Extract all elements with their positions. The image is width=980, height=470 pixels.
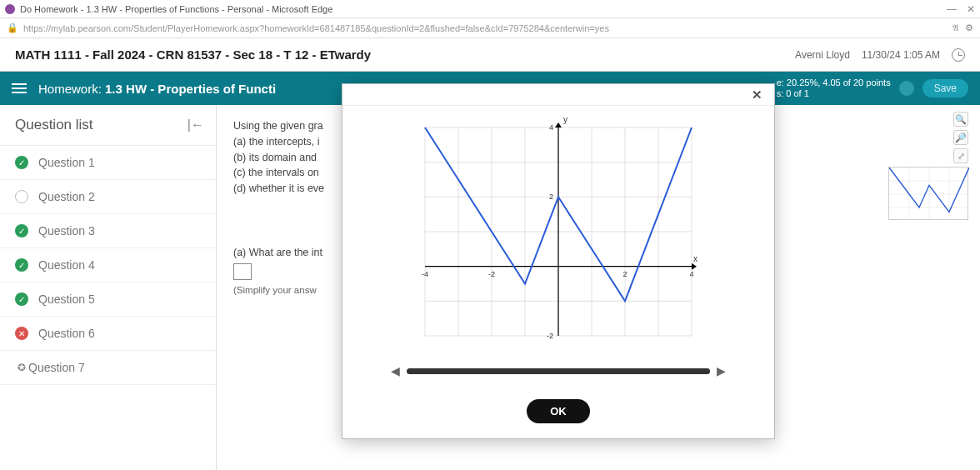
scroll-left-icon[interactable]: ◀: [391, 364, 400, 378]
expand-icon[interactable]: ⤢: [953, 148, 968, 163]
course-header: MATH 1111 - Fall 2024 - CRN 81537 - Sec …: [0, 38, 980, 72]
menu-icon[interactable]: [12, 81, 27, 96]
svg-text:-2: -2: [488, 270, 495, 278]
score-box: e: 20.25%, 4.05 of 20 points s: 0 of 1: [777, 78, 891, 99]
sidebar-title: Question list: [15, 117, 93, 133]
sidebar-question-item[interactable]: ✓Question 3: [0, 214, 216, 248]
reader-icon[interactable]: 𝔄: [952, 22, 958, 33]
status-open-icon: [15, 190, 28, 203]
close-icon[interactable]: ✕: [967, 3, 975, 15]
url-text[interactable]: https://mylab.pearson.com/Student/Player…: [23, 23, 609, 33]
lock-icon: 🔒: [7, 22, 18, 33]
scroll-right-icon[interactable]: ▶: [717, 364, 726, 378]
settings-icon[interactable]: ⚙: [965, 22, 973, 33]
svg-marker-25: [555, 122, 562, 128]
question-label: Question 2: [38, 190, 95, 203]
sidebar-question-item[interactable]: ✓Question 1: [0, 146, 216, 180]
save-button[interactable]: Save: [922, 79, 968, 98]
svg-text:y: y: [563, 115, 568, 124]
status-done-icon: ✓: [15, 258, 28, 272]
ok-button[interactable]: OK: [527, 399, 590, 423]
modal-header: ✕: [342, 84, 774, 106]
course-title: MATH 1111 - Fall 2024 - CRN 81537 - Sec …: [15, 48, 371, 62]
svg-text:4: 4: [549, 123, 553, 132]
score-line-1: e: 20.25%, 4.05 of 20 points: [777, 78, 891, 88]
question-label: Question 1: [38, 156, 95, 169]
graph-thumbnail-panel: 🔍 🔎 ⤢: [888, 112, 968, 220]
sidebar-question-item[interactable]: Question 2: [0, 180, 216, 214]
collapse-icon[interactable]: |←: [188, 118, 204, 132]
sidebar-header: Question list |←: [0, 117, 216, 145]
svg-text:2: 2: [622, 270, 627, 278]
score-line-2: s: 0 of 1: [777, 88, 891, 99]
svg-text:2: 2: [549, 192, 553, 201]
answer-input[interactable]: [233, 263, 252, 280]
graph-scrollbar[interactable]: ◀ ▶: [391, 364, 726, 378]
pearson-favicon: [5, 4, 15, 14]
status-done-icon: ✓: [15, 292, 28, 306]
status-partial-icon: ✪: [15, 362, 28, 373]
browser-urlbar: 🔒 https://mylab.pearson.com/Student/Play…: [0, 18, 980, 38]
user-name: Averni Lloyd: [795, 49, 850, 61]
window-title: Do Homework - 1.3 HW - Properties of Fun…: [20, 4, 332, 14]
svg-marker-24: [692, 263, 697, 270]
sidebar-question-item[interactable]: ✕Question 6: [0, 317, 216, 351]
status-done-icon: ✓: [15, 224, 28, 238]
question-label: Question 5: [38, 292, 95, 306]
status-wrong-icon: ✕: [15, 327, 28, 340]
graph-enlarged: -4-224-224yx: [408, 111, 708, 361]
minimize-icon[interactable]: —: [947, 3, 957, 15]
question-label: Question 3: [38, 224, 95, 238]
graph-modal: ✕ -4-224-224yx ◀ ▶ OK: [342, 83, 775, 439]
browser-titlebar: Do Homework - 1.3 HW - Properties of Fun…: [0, 0, 980, 18]
question-label: Question 7: [28, 361, 85, 374]
graph-thumbnail[interactable]: [888, 167, 968, 220]
sidebar-question-item[interactable]: ✪Question 7: [0, 351, 216, 385]
sidebar-question-item[interactable]: ✓Question 4: [0, 248, 216, 282]
clock-icon: [952, 48, 965, 62]
status-done-icon: ✓: [15, 156, 28, 169]
zoom-in-icon[interactable]: 🔍: [953, 112, 968, 127]
banner-title: 1.3 HW - Properties of Functi: [105, 82, 276, 96]
svg-text:-4: -4: [422, 270, 428, 278]
svg-text:x: x: [693, 254, 698, 263]
zoom-out-icon[interactable]: 🔎: [953, 130, 968, 145]
print-icon[interactable]: [899, 81, 914, 96]
datetime: 11/30/24 1:05 AM: [862, 49, 940, 61]
question-label: Question 4: [38, 258, 95, 272]
question-label: Question 6: [38, 327, 95, 340]
scroll-track[interactable]: [407, 368, 710, 374]
svg-text:4: 4: [689, 270, 693, 278]
question-sidebar: Question list |← ✓Question 1Question 2✓Q…: [0, 105, 217, 470]
svg-text:-2: -2: [547, 332, 553, 340]
banner-prefix: Homework:: [38, 82, 102, 96]
modal-close-button[interactable]: ✕: [747, 86, 768, 104]
sidebar-question-item[interactable]: ✓Question 5: [0, 282, 216, 317]
